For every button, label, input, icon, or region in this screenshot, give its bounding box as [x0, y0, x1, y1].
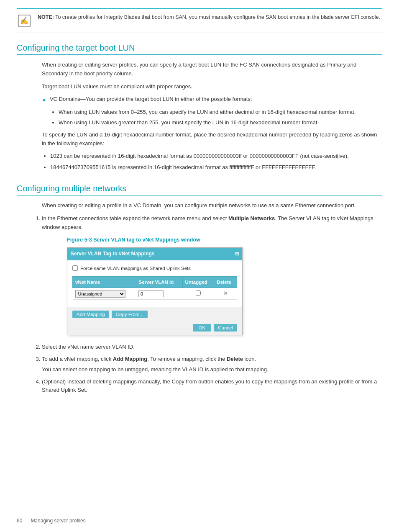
- dialog-titlebar: Server VLAN Tag to vNet Mappings ⊞: [67, 248, 242, 260]
- vlan-id-input[interactable]: [138, 290, 164, 297]
- triangle-list: ▲ VC Domains—You can provide the target …: [42, 95, 382, 104]
- triangle-item: ▲ VC Domains—You can provide the target …: [42, 95, 382, 104]
- section1-para3: To specify the LUN and a 16-digit hexade…: [42, 131, 382, 148]
- numbered-list: In the Ethernet connections table expand…: [42, 214, 382, 395]
- note-label: NOTE:: [38, 14, 54, 20]
- step4-item: (Optional) Instead of deleting mappings …: [42, 378, 382, 395]
- delete-bold: Delete: [227, 356, 243, 362]
- force-vlan-label: Force same VLAN mappings as Shared Uplin…: [80, 265, 191, 272]
- footer-section: Managing server profiles: [31, 518, 85, 524]
- ok-button[interactable]: OK: [193, 324, 212, 332]
- step1-text: In the Ethernet connections table expand…: [42, 215, 373, 230]
- note-box: ✍ NOTE: To create profiles for Integrity…: [17, 8, 382, 33]
- dialog-title: Server VLAN Tag to vNet Mappings: [71, 250, 154, 258]
- vnet-cell: Unassigned: [73, 288, 136, 300]
- col-header-vlan-id: Server VLAN Id: [136, 276, 182, 288]
- bullet-list-lun: When using LUN values from 0–255, you ca…: [59, 108, 382, 127]
- bullet2-text: When using LUN values greater than 255, …: [59, 119, 319, 126]
- add-mapping-button[interactable]: Add Mapping: [72, 311, 109, 318]
- col-header-untagged: Untagged: [182, 276, 214, 288]
- figure-caption: Figure 5-3 Server VLAN tag to vNet Mappi…: [67, 236, 382, 244]
- force-vlan-checkbox[interactable]: [72, 265, 78, 271]
- bullet1-text: When using LUN values from 0–255, you ca…: [59, 109, 356, 115]
- cancel-button[interactable]: Cancel: [214, 324, 237, 332]
- bullet-item-1: When using LUN values from 0–255, you ca…: [59, 108, 382, 117]
- section2-para1: When creating or editing a profile in a …: [42, 201, 382, 210]
- dialog-table-header-row: vNet Name Server VLAN Id Untagged Delete: [73, 276, 237, 288]
- dialog-footer: Add Mapping Copy From...: [67, 307, 242, 321]
- delete-cell: ✕: [214, 288, 237, 300]
- note-text: NOTE: To create profiles for Integrity B…: [38, 13, 380, 21]
- step3-text: To add a vNet mapping, click Add Mapping…: [42, 356, 256, 362]
- untagged-checkbox[interactable]: [196, 290, 201, 296]
- untagged-cell: [182, 288, 214, 300]
- col-header-vnet: vNet Name: [73, 276, 136, 288]
- dialog-window: Server VLAN Tag to vNet Mappings ⊞ Force…: [67, 247, 243, 335]
- example2: 18446744073709551615 is represented in 1…: [50, 163, 382, 172]
- dialog-checkbox-row: Force same VLAN mappings as Shared Uplin…: [72, 265, 237, 272]
- col-header-delete: Delete: [214, 276, 237, 288]
- example1: 1023 can be represented in 16-digit hexa…: [50, 152, 382, 161]
- dialog-close-icon[interactable]: ⊞: [235, 250, 239, 258]
- step1-bold: Multiple Networks: [228, 215, 275, 221]
- dialog-ok-cancel-row: OK Cancel: [67, 321, 242, 335]
- dialog-table-row: Unassigned: [73, 288, 237, 300]
- step3-item: To add a vNet mapping, click Add Mapping…: [42, 355, 382, 374]
- triangle-item-text: VC Domains—You can provide the target bo…: [50, 95, 252, 104]
- section1-para1: When creating or editing server profiles…: [42, 61, 382, 78]
- triangle-icon: ▲: [42, 96, 46, 103]
- note-content: To create profiles for Integrity Blades …: [55, 14, 380, 20]
- section1-para2: Target boot LUN values must be compliant…: [42, 82, 382, 91]
- dialog-table: vNet Name Server VLAN Id Untagged Delete: [72, 276, 237, 300]
- footer: 60 Managing server profiles: [17, 518, 86, 524]
- copy-from-button[interactable]: Copy From...: [112, 311, 148, 318]
- vlan-id-cell: [136, 288, 182, 300]
- section1-heading: Configuring the target boot LUN: [17, 43, 382, 55]
- bullet-list-examples: 1023 can be represented in 16-digit hexa…: [50, 152, 382, 172]
- page-number: 60: [17, 518, 22, 524]
- vnet-select[interactable]: Unassigned: [75, 290, 125, 298]
- step2-item: Select the vNet name server VLAN ID.: [42, 343, 382, 352]
- step1-item: In the Ethernet connections table expand…: [42, 214, 382, 335]
- step3-sub: You can select one mapping to be untagge…: [42, 365, 382, 374]
- note-icon: ✍: [17, 13, 32, 28]
- section-target-boot-lun: Configuring the target boot LUN When cre…: [17, 43, 382, 172]
- bullet-item-2: When using LUN values greater than 255, …: [59, 118, 382, 127]
- add-mapping-bold: Add Mapping: [113, 356, 147, 362]
- svg-text:✍: ✍: [20, 17, 28, 25]
- dialog-body: Force same VLAN mappings as Shared Uplin…: [67, 260, 242, 308]
- section-multiple-networks: Configuring multiple networks When creat…: [17, 184, 382, 395]
- section2-heading: Configuring multiple networks: [17, 184, 382, 195]
- delete-icon[interactable]: ✕: [223, 290, 228, 296]
